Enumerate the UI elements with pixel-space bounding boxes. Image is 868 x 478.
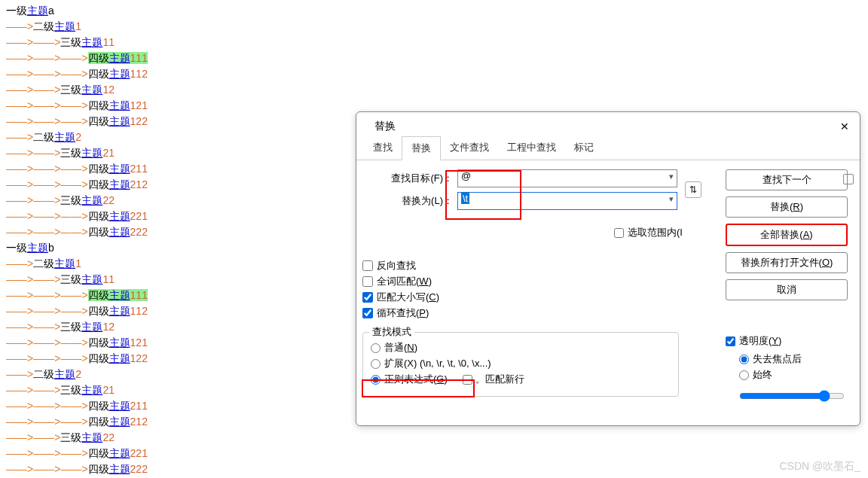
search-options: 反向查找 全词匹配(W) 匹配大小写(C) 循环查找(P) — [362, 257, 439, 322]
mode-regex-radio[interactable]: 正则表达式(G) 。匹配新行 — [371, 373, 671, 386]
whole-word-checkbox[interactable]: 全词匹配(W) — [362, 275, 439, 288]
editor-line[interactable]: ——>——>——>四级主题112 — [6, 66, 862, 82]
close-icon[interactable]: ✕ — [840, 120, 849, 132]
transparency-group: 透明度(Y) 失去焦点后 始终 — [726, 332, 848, 404]
replace-dialog: 替换 ✕ 查找替换文件查找工程中查找标记 查找目标(F)： @ ▾ 替换为(L)… — [356, 111, 860, 426]
tab-标记[interactable]: 标记 — [565, 136, 603, 160]
backward-checkbox[interactable]: 反向查找 — [362, 259, 439, 272]
dialog-tabs: 查找替换文件查找工程中查找标记 — [356, 136, 860, 160]
trans-lose-focus-radio[interactable]: 失去焦点后 — [739, 352, 848, 366]
editor-line[interactable]: ——>——>三级主题11 — [6, 35, 862, 50]
transparency-slider[interactable] — [739, 390, 845, 402]
search-mode-legend: 查找模式 — [369, 325, 414, 339]
tab-查找[interactable]: 查找 — [364, 136, 402, 160]
tab-文件查找[interactable]: 文件查找 — [441, 136, 498, 160]
editor-line[interactable]: ——>——>——>四级主题221 — [6, 446, 862, 461]
dot-newline-checkbox[interactable]: 。匹配新行 — [463, 373, 524, 386]
replace-label: 替换为(L)： — [368, 194, 453, 208]
find-label: 查找目标(F)： — [368, 172, 453, 185]
editor-line[interactable]: ——>——>——>四级主题222 — [6, 461, 862, 477]
search-mode-fieldset: 查找模式 普通(N) 扩展(X) (\n, \r, \t, \0, \x...)… — [362, 332, 679, 397]
transparency-checkbox[interactable]: 透明度(Y) — [726, 334, 848, 348]
replace-all-open-button[interactable]: 替换所有打开文件(O) — [726, 252, 848, 273]
find-input[interactable]: @ ▾ — [457, 169, 677, 187]
wrap-checkbox[interactable]: 循环查找(P) — [362, 306, 439, 320]
find-value: @ — [461, 170, 471, 181]
editor-line[interactable]: ——>二级主题1 — [6, 19, 862, 35]
cancel-button[interactable]: 取消 — [726, 279, 848, 300]
replace-input[interactable]: \t ▾ — [457, 192, 677, 210]
mode-normal-radio[interactable]: 普通(N) — [371, 341, 671, 355]
editor-line[interactable]: ——>——>三级主题22 — [6, 430, 862, 446]
watermark: CSDN @吹墨石_ — [779, 460, 860, 473]
chevron-down-icon[interactable]: ▾ — [669, 194, 674, 204]
editor-line[interactable]: ——>——>三级主题12 — [6, 82, 862, 98]
in-selection-checkbox[interactable]: 选取范围内(I — [614, 226, 683, 239]
replace-button[interactable]: 替换(R) — [726, 196, 848, 218]
find-next-button[interactable]: 查找下一个 — [726, 169, 848, 190]
chevron-down-icon[interactable]: ▾ — [669, 172, 674, 181]
replace-value: \t — [461, 193, 469, 204]
editor-line[interactable]: ——>——>——>四级主题111 — [6, 50, 862, 66]
mode-extended-radio[interactable]: 扩展(X) (\n, \r, \t, \0, \x...) — [371, 357, 671, 370]
swap-button[interactable]: ⇅ — [685, 181, 701, 198]
dialog-title: 替换 — [374, 120, 396, 133]
replace-all-button[interactable]: 全部替换(A) — [726, 224, 848, 246]
match-case-checkbox[interactable]: 匹配大小写(C) — [362, 291, 439, 304]
trans-always-radio[interactable]: 始终 — [739, 368, 848, 382]
tab-工程中查找[interactable]: 工程中查找 — [498, 136, 565, 160]
editor-line[interactable]: 一级主题a — [6, 3, 862, 19]
tab-替换[interactable]: 替换 — [402, 136, 441, 160]
pin-checkbox[interactable] — [843, 174, 854, 184]
